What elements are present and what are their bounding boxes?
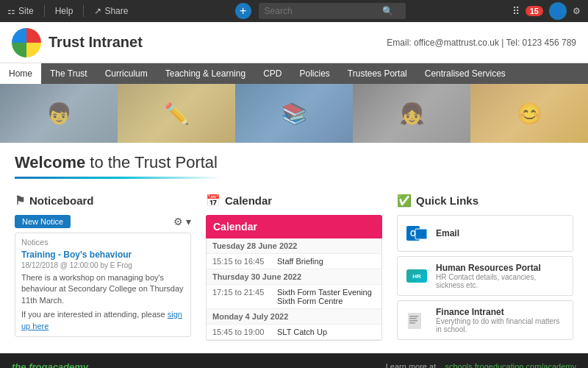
nav-item-home[interactable]: Home: [0, 63, 41, 84]
quicklink-hr-title: Human Resources Portal: [436, 263, 565, 273]
svg-rect-5: [409, 316, 418, 317]
welcome-underline: [15, 177, 220, 179]
share-button[interactable]: ↗ Share: [94, 6, 128, 16]
nav-item-teaching[interactable]: Teaching & Learning: [157, 63, 254, 84]
footer-brand-prefix: the: [12, 361, 26, 369]
site-title: Trust Intranet: [49, 34, 143, 51]
add-icon: +: [240, 4, 246, 18]
nav-item-policies[interactable]: Policies: [290, 63, 338, 84]
quicklink-finance-title: Finance Intranet: [436, 307, 565, 317]
avatar-icon: 👤: [553, 7, 563, 16]
svg-text:O: O: [410, 230, 416, 238]
settings-icon[interactable]: ⚙: [573, 6, 581, 16]
finance-icon: [405, 308, 429, 332]
cal-event-3[interactable]: 15:45 to 19:00 SLT Catch Up: [207, 325, 381, 340]
search-icon: 🔍: [382, 6, 393, 16]
nav-item-trustees[interactable]: Trustees Portal: [339, 63, 416, 84]
footer-brand-name: frogacademy: [29, 361, 88, 369]
calendar-header: 📅 Calendar: [206, 194, 382, 208]
quicklink-hr-text: Human Resources Portal HR Contact detail…: [436, 263, 565, 289]
noticeboard-section: ⚑ Noticeboard New Notice ⚙ ▾ Notices Tra…: [15, 194, 191, 344]
hero-image-2: ✏️: [118, 84, 235, 143]
divider: [44, 5, 45, 17]
hero-figure-1: 👦: [0, 84, 118, 143]
welcome-rest: to the Trust Portal: [85, 153, 218, 171]
hr-icon: HR: [405, 264, 429, 288]
notice-toolbar: New Notice ⚙ ▾: [15, 215, 191, 228]
new-notice-button[interactable]: New Notice: [15, 215, 71, 228]
quicklinks-title: Quick Links: [416, 194, 478, 207]
svg-rect-7: [409, 320, 417, 322]
notice-title[interactable]: Training - Boy's behaviour: [21, 250, 184, 260]
search-box[interactable]: 🔍: [259, 3, 406, 19]
nav-item-curriculum[interactable]: Curriculum: [96, 63, 157, 84]
quicklink-hr-sub: HR Contact details, vacancies, sickness …: [436, 273, 565, 289]
add-button[interactable]: +: [235, 3, 251, 19]
quicklinks-header: ✅ Quick Links: [397, 194, 573, 208]
hero-figure-2: ✏️: [118, 84, 235, 143]
quicklink-finance-sub: Everything to do with financial matters …: [436, 317, 565, 333]
outlook-icon: O: [405, 222, 429, 245]
cal-event-2[interactable]: 17:15 to 21:45 Sixth Form Taster Evening…: [207, 285, 381, 309]
search-input[interactable]: [265, 6, 382, 16]
notice-body-text2: If you are interested in attending, plea…: [21, 310, 165, 319]
help-label: Help: [55, 6, 74, 16]
site-header: Trust Intranet Email: office@mattrust.co…: [0, 22, 588, 63]
site-menu[interactable]: ⚏ Site: [7, 6, 34, 16]
notice-meta: 18/12/2018 @ 12:00:00 by E Frog: [21, 261, 184, 269]
cal-event-1[interactable]: 15:15 to 16:45 Staff Briefing: [207, 254, 381, 269]
calendar-title: Calendar: [225, 194, 272, 207]
nav-item-cpd[interactable]: CPD: [254, 63, 290, 84]
quicklink-email-title: Email: [436, 228, 459, 238]
help-button[interactable]: Help: [55, 6, 74, 16]
quicklink-finance[interactable]: Finance Intranet Everything to do with f…: [397, 300, 573, 340]
hero-figure-4: 👧: [353, 84, 470, 143]
cal-desc-1: Staff Briefing: [277, 257, 323, 266]
calendar-body: Tuesday 28 June 2022 15:15 to 16:45 Staf…: [206, 238, 382, 341]
noticeboard-header: ⚑ Noticeboard: [15, 194, 191, 208]
noticeboard-icon: ⚑: [15, 194, 25, 208]
share-icon: ↗: [94, 6, 101, 16]
apps-icon[interactable]: ⠿: [512, 5, 520, 17]
cal-time-2: 17:15 to 21:45: [212, 288, 271, 305]
footer-cta-prefix: Learn more at...: [386, 362, 443, 368]
quicklink-email-text: Email: [436, 228, 459, 238]
notices-label: Notices: [21, 238, 184, 247]
quicklink-hr[interactable]: HR Human Resources Portal HR Contact det…: [397, 256, 573, 296]
nav-item-trust[interactable]: The Trust: [41, 63, 96, 84]
site-label: Site: [18, 6, 34, 16]
cal-time-3: 15:45 to 19:00: [212, 328, 271, 336]
cal-time-1: 15:15 to 16:45: [212, 257, 271, 266]
nav-item-centralised[interactable]: Centralised Services: [416, 63, 514, 84]
grid-icon: ⚏: [7, 6, 15, 16]
user-avatar[interactable]: 👤: [549, 2, 567, 20]
quicklink-email[interactable]: O Email: [397, 215, 573, 252]
calendar-header-bar: Calendar: [206, 215, 382, 238]
cal-desc-3: SLT Catch Up: [277, 328, 327, 336]
notice-settings-icon[interactable]: ⚙ ▾: [173, 216, 191, 227]
welcome-section: Welcome to the Trust Portal: [0, 143, 588, 185]
hero-figure-3: 📚: [235, 84, 353, 143]
welcome-bold: Welcome: [15, 153, 85, 171]
cal-date-2: Thursday 30 June 2022: [207, 269, 381, 285]
divider2: [83, 5, 84, 17]
hero-image-4: 👧: [353, 84, 470, 143]
welcome-title: Welcome to the Trust Portal: [15, 153, 573, 172]
footer-logo: the frogacademy: [12, 361, 88, 369]
notice-body-2: If you are interested in attending, plea…: [21, 309, 184, 332]
calendar-icon: 📅: [206, 194, 220, 208]
footer: the frogacademy Learn more at... schools…: [0, 353, 588, 368]
quicklinks-icon: ✅: [397, 194, 412, 208]
quicklink-finance-text: Finance Intranet Everything to do with f…: [436, 307, 565, 333]
top-bar: ⚏ Site Help ↗ Share + 🔍 ⠿ 15 👤 ⚙: [0, 0, 588, 22]
svg-rect-6: [409, 318, 417, 319]
header-contact: Email: office@mattrust.co.uk | Tel: 0123…: [387, 38, 576, 48]
footer-cta-link[interactable]: schools.frogeducation.com/academy: [445, 362, 576, 368]
cal-date-1: Tuesday 28 June 2022: [207, 238, 381, 254]
notice-body: There is a workshop on managing boy's be…: [21, 272, 184, 306]
hero-figure-5: 😊: [470, 84, 588, 143]
noticeboard-title: Noticeboard: [29, 194, 94, 207]
svg-rect-8: [409, 322, 415, 324]
calendar-section: 📅 Calendar Calendar Tuesday 28 June 2022…: [206, 194, 382, 344]
notification-badge[interactable]: 15: [526, 6, 543, 16]
